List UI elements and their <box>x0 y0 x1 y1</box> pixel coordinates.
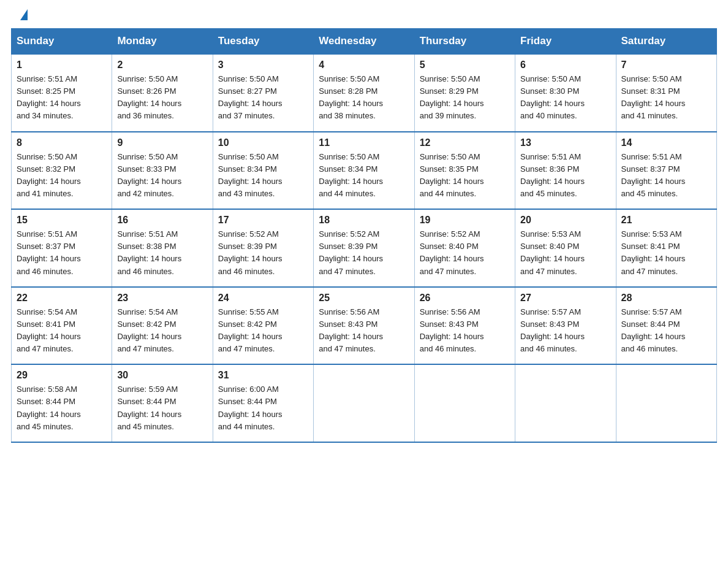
day-number: 4 <box>319 59 409 71</box>
week-row-3: 15 Sunrise: 5:51 AMSunset: 8:37 PMDaylig… <box>12 209 717 287</box>
day-number: 25 <box>319 293 409 304</box>
day-info: Sunrise: 5:50 AMSunset: 8:31 PMDaylight:… <box>621 73 711 123</box>
day-cell-26: 26 Sunrise: 5:56 AMSunset: 8:43 PMDaylig… <box>414 287 515 365</box>
day-number: 28 <box>621 293 711 304</box>
day-info: Sunrise: 5:50 AMSunset: 8:30 PMDaylight:… <box>520 73 610 123</box>
day-info: Sunrise: 5:50 AMSunset: 8:33 PMDaylight:… <box>117 151 207 201</box>
day-info: Sunrise: 5:59 AMSunset: 8:44 PMDaylight:… <box>117 383 207 433</box>
day-info: Sunrise: 5:53 AMSunset: 8:40 PMDaylight:… <box>520 228 610 278</box>
day-cell-6: 6 Sunrise: 5:50 AMSunset: 8:30 PMDayligh… <box>515 54 616 132</box>
calendar-header-row: SundayMondayTuesdayWednesdayThursdayFrid… <box>12 29 717 55</box>
day-number: 7 <box>621 59 711 71</box>
day-info: Sunrise: 5:52 AMSunset: 8:40 PMDaylight:… <box>420 228 510 278</box>
day-info: Sunrise: 5:50 AMSunset: 8:29 PMDaylight:… <box>420 73 510 123</box>
day-cell-21: 21 Sunrise: 5:53 AMSunset: 8:41 PMDaylig… <box>616 209 716 287</box>
day-info: Sunrise: 5:50 AMSunset: 8:26 PMDaylight:… <box>117 73 207 123</box>
day-cell-10: 10 Sunrise: 5:50 AMSunset: 8:34 PMDaylig… <box>213 132 313 210</box>
day-cell-11: 11 Sunrise: 5:50 AMSunset: 8:34 PMDaylig… <box>314 132 414 210</box>
day-info: Sunrise: 5:54 AMSunset: 8:42 PMDaylight:… <box>117 306 207 356</box>
empty-cell <box>414 364 515 442</box>
day-cell-13: 13 Sunrise: 5:51 AMSunset: 8:36 PMDaylig… <box>515 132 616 210</box>
day-info: Sunrise: 5:50 AMSunset: 8:28 PMDaylight:… <box>319 73 409 123</box>
header-thursday: Thursday <box>414 29 515 55</box>
day-number: 17 <box>218 215 308 226</box>
day-number: 18 <box>319 215 409 226</box>
day-number: 31 <box>218 370 308 381</box>
day-number: 8 <box>17 137 107 148</box>
day-info: Sunrise: 5:52 AMSunset: 8:39 PMDaylight:… <box>319 228 409 278</box>
day-number: 30 <box>117 370 207 381</box>
day-info: Sunrise: 5:53 AMSunset: 8:41 PMDaylight:… <box>621 228 711 278</box>
day-number: 22 <box>17 293 107 304</box>
day-info: Sunrise: 5:55 AMSunset: 8:42 PMDaylight:… <box>218 306 308 356</box>
day-cell-9: 9 Sunrise: 5:50 AMSunset: 8:33 PMDayligh… <box>112 132 213 210</box>
day-cell-5: 5 Sunrise: 5:50 AMSunset: 8:29 PMDayligh… <box>414 54 515 132</box>
day-number: 21 <box>621 215 711 226</box>
day-number: 6 <box>520 59 610 71</box>
day-cell-2: 2 Sunrise: 5:50 AMSunset: 8:26 PMDayligh… <box>112 54 213 132</box>
day-cell-15: 15 Sunrise: 5:51 AMSunset: 8:37 PMDaylig… <box>12 209 112 287</box>
day-cell-23: 23 Sunrise: 5:54 AMSunset: 8:42 PMDaylig… <box>112 287 213 365</box>
calendar: SundayMondayTuesdayWednesdayThursdayFrid… <box>0 28 728 454</box>
day-number: 2 <box>117 59 207 71</box>
header-tuesday: Tuesday <box>213 29 313 55</box>
day-info: Sunrise: 5:52 AMSunset: 8:39 PMDaylight:… <box>218 228 308 278</box>
day-number: 9 <box>117 137 207 148</box>
day-cell-27: 27 Sunrise: 5:57 AMSunset: 8:43 PMDaylig… <box>515 287 616 365</box>
day-number: 29 <box>17 370 107 381</box>
week-row-1: 1 Sunrise: 5:51 AMSunset: 8:25 PMDayligh… <box>12 54 717 132</box>
day-cell-30: 30 Sunrise: 5:59 AMSunset: 8:44 PMDaylig… <box>112 364 213 442</box>
day-cell-1: 1 Sunrise: 5:51 AMSunset: 8:25 PMDayligh… <box>12 54 112 132</box>
day-info: Sunrise: 5:51 AMSunset: 8:37 PMDaylight:… <box>621 151 711 201</box>
day-cell-19: 19 Sunrise: 5:52 AMSunset: 8:40 PMDaylig… <box>414 209 515 287</box>
day-cell-8: 8 Sunrise: 5:50 AMSunset: 8:32 PMDayligh… <box>12 132 112 210</box>
header-sunday: Sunday <box>12 29 112 55</box>
day-cell-16: 16 Sunrise: 5:51 AMSunset: 8:38 PMDaylig… <box>112 209 213 287</box>
day-number: 1 <box>17 59 107 71</box>
day-info: Sunrise: 5:57 AMSunset: 8:43 PMDaylight:… <box>520 306 610 356</box>
logo <box>18 11 28 22</box>
day-info: Sunrise: 5:56 AMSunset: 8:43 PMDaylight:… <box>420 306 510 356</box>
day-cell-4: 4 Sunrise: 5:50 AMSunset: 8:28 PMDayligh… <box>314 54 414 132</box>
day-number: 19 <box>420 215 510 226</box>
day-info: Sunrise: 5:57 AMSunset: 8:44 PMDaylight:… <box>621 306 711 356</box>
empty-cell <box>515 364 616 442</box>
day-info: Sunrise: 5:50 AMSunset: 8:32 PMDaylight:… <box>17 151 107 201</box>
day-number: 23 <box>117 293 207 304</box>
day-number: 26 <box>420 293 510 304</box>
day-info: Sunrise: 5:51 AMSunset: 8:37 PMDaylight:… <box>17 228 107 278</box>
day-number: 13 <box>520 137 610 148</box>
day-number: 12 <box>420 137 510 148</box>
header-friday: Friday <box>515 29 616 55</box>
header-wednesday: Wednesday <box>314 29 414 55</box>
day-info: Sunrise: 5:58 AMSunset: 8:44 PMDaylight:… <box>17 383 107 433</box>
day-cell-22: 22 Sunrise: 5:54 AMSunset: 8:41 PMDaylig… <box>12 287 112 365</box>
day-number: 14 <box>621 137 711 148</box>
day-number: 24 <box>218 293 308 304</box>
day-cell-14: 14 Sunrise: 5:51 AMSunset: 8:37 PMDaylig… <box>616 132 716 210</box>
day-cell-31: 31 Sunrise: 6:00 AMSunset: 8:44 PMDaylig… <box>213 364 313 442</box>
logo-triangle-icon <box>20 9 28 20</box>
header-saturday: Saturday <box>616 29 716 55</box>
day-cell-28: 28 Sunrise: 5:57 AMSunset: 8:44 PMDaylig… <box>616 287 716 365</box>
day-info: Sunrise: 5:54 AMSunset: 8:41 PMDaylight:… <box>17 306 107 356</box>
day-info: Sunrise: 5:51 AMSunset: 8:38 PMDaylight:… <box>117 228 207 278</box>
calendar-table: SundayMondayTuesdayWednesdayThursdayFrid… <box>11 28 717 443</box>
day-cell-24: 24 Sunrise: 5:55 AMSunset: 8:42 PMDaylig… <box>213 287 313 365</box>
day-cell-3: 3 Sunrise: 5:50 AMSunset: 8:27 PMDayligh… <box>213 54 313 132</box>
day-number: 15 <box>17 215 107 226</box>
day-cell-17: 17 Sunrise: 5:52 AMSunset: 8:39 PMDaylig… <box>213 209 313 287</box>
page-header <box>0 0 728 28</box>
day-number: 27 <box>520 293 610 304</box>
day-cell-29: 29 Sunrise: 5:58 AMSunset: 8:44 PMDaylig… <box>12 364 112 442</box>
day-number: 11 <box>319 137 409 148</box>
day-info: Sunrise: 5:50 AMSunset: 8:34 PMDaylight:… <box>319 151 409 201</box>
day-cell-12: 12 Sunrise: 5:50 AMSunset: 8:35 PMDaylig… <box>414 132 515 210</box>
day-info: Sunrise: 5:50 AMSunset: 8:35 PMDaylight:… <box>420 151 510 201</box>
day-number: 16 <box>117 215 207 226</box>
week-row-5: 29 Sunrise: 5:58 AMSunset: 8:44 PMDaylig… <box>12 364 717 442</box>
day-number: 3 <box>218 59 308 71</box>
day-info: Sunrise: 5:56 AMSunset: 8:43 PMDaylight:… <box>319 306 409 356</box>
day-cell-7: 7 Sunrise: 5:50 AMSunset: 8:31 PMDayligh… <box>616 54 716 132</box>
day-info: Sunrise: 5:51 AMSunset: 8:36 PMDaylight:… <box>520 151 610 201</box>
